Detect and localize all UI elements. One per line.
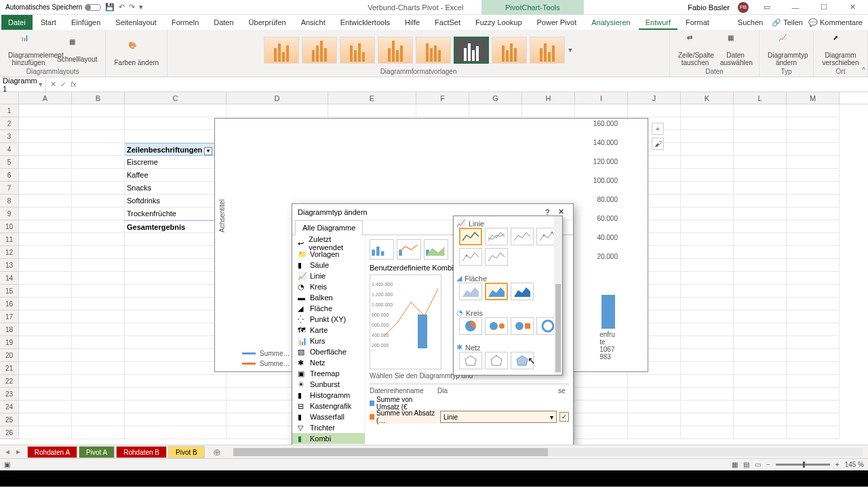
tab-analysieren[interactable]: Analysieren [585, 15, 637, 30]
cell[interactable] [19, 104, 72, 117]
line-type-5[interactable] [459, 248, 482, 266]
cell[interactable] [787, 195, 840, 207]
cat-kreis[interactable]: ◔Kreis [292, 281, 365, 292]
view-page-icon[interactable]: ▤ [743, 461, 749, 468]
cell[interactable] [681, 426, 734, 439]
cell[interactable] [787, 401, 840, 413]
cell[interactable] [734, 426, 787, 439]
pie-type-1[interactable] [459, 317, 482, 335]
cell[interactable] [19, 130, 72, 143]
line-type-2[interactable] [485, 228, 508, 245]
cell[interactable] [734, 298, 787, 310]
cell[interactable] [575, 413, 628, 426]
cell[interactable] [681, 285, 734, 298]
cell[interactable] [787, 207, 840, 220]
cell[interactable] [681, 298, 734, 310]
cell[interactable] [734, 310, 787, 323]
name-box[interactable]: Diagramm 1 ▾ [0, 78, 46, 92]
cell[interactable] [72, 336, 125, 349]
tab-seitenlayout[interactable]: Seitenlayout [108, 15, 163, 30]
cell[interactable] [575, 375, 628, 388]
cell[interactable] [19, 336, 72, 349]
cell[interactable] [734, 130, 787, 143]
col-header-L[interactable]: L [734, 92, 787, 104]
cat-treemap[interactable]: ▣Treemap [292, 368, 365, 379]
cell[interactable] [681, 104, 734, 117]
zoom-slider[interactable] [776, 464, 830, 466]
combo-subtype-1[interactable] [370, 239, 394, 260]
col-header-G[interactable]: G [469, 92, 522, 104]
cell[interactable] [522, 104, 575, 117]
cell[interactable] [681, 143, 734, 156]
cell[interactable] [787, 323, 840, 336]
cell[interactable] [72, 298, 125, 310]
tab-fuzzy[interactable]: Fuzzy Lookup [469, 15, 528, 30]
cell[interactable] [72, 388, 125, 401]
cell[interactable] [787, 259, 840, 272]
cell[interactable] [681, 169, 734, 182]
change-colors-button[interactable]: 🎨Farben ändern [111, 40, 161, 68]
tab-file[interactable]: Datei [1, 15, 33, 30]
autosave-toggle[interactable]: Automatisches Speichern [5, 3, 101, 11]
cell[interactable] [72, 362, 125, 375]
combo-subtype-3[interactable] [424, 239, 448, 260]
cell[interactable] [681, 375, 734, 388]
cell[interactable] [125, 259, 226, 272]
sheet-pivot-b[interactable]: Pivot B [168, 446, 205, 458]
cell[interactable]: Snacks [125, 182, 226, 195]
cat-zuletzt[interactable]: ↩Zuletzt verwendet [292, 238, 365, 249]
tab-einfuegen[interactable]: Einfügen [64, 15, 107, 30]
cell[interactable] [19, 413, 72, 426]
view-normal-icon[interactable]: ▦ [732, 461, 738, 468]
cell[interactable]: Trockenfrüchte [125, 207, 226, 220]
cell[interactable] [19, 298, 72, 310]
quick-layout-button[interactable]: ▦Schnelllayout [54, 37, 100, 64]
cell[interactable] [575, 401, 628, 413]
cell[interactable] [787, 298, 840, 310]
cell[interactable] [787, 336, 840, 349]
cell[interactable] [734, 259, 787, 272]
cell[interactable] [19, 169, 72, 182]
series-2-type-dropdown[interactable]: Linie▾ [440, 411, 557, 423]
cell[interactable] [19, 156, 72, 169]
cell[interactable] [125, 336, 226, 349]
cell[interactable] [19, 349, 72, 362]
cell[interactable] [787, 169, 840, 182]
add-sheet-button[interactable]: ⊕ [206, 446, 228, 458]
cell[interactable] [72, 246, 125, 259]
pie-type-2[interactable] [485, 317, 508, 335]
cat-balken[interactable]: ▬Balken [292, 292, 365, 303]
zoom-in-icon[interactable]: + [835, 461, 840, 468]
cell[interactable] [734, 246, 787, 259]
cat-flaeche[interactable]: ◢Fläche [292, 303, 365, 314]
cell[interactable] [72, 143, 125, 156]
col-header-I[interactable]: I [575, 92, 628, 104]
cell[interactable] [681, 310, 734, 323]
row-header-8[interactable]: 8 [0, 195, 19, 207]
pie-type-3[interactable] [511, 317, 534, 335]
line-type-6[interactable] [485, 248, 508, 266]
tab-daten[interactable]: Daten [207, 15, 240, 30]
cell[interactable] [628, 375, 681, 388]
share-button[interactable]: 🔗 Teilen [772, 18, 803, 27]
series-2-secondary-axis-checkbox[interactable]: ✓ [559, 412, 569, 422]
cell[interactable] [575, 388, 628, 401]
cell[interactable] [681, 323, 734, 336]
cell[interactable] [681, 246, 734, 259]
row-header-26[interactable]: 26 [0, 426, 19, 439]
cell[interactable] [125, 323, 226, 336]
cell[interactable] [681, 130, 734, 143]
cell[interactable] [787, 117, 840, 130]
row-header-16[interactable]: 16 [0, 298, 19, 310]
cell[interactable] [787, 349, 840, 362]
cell[interactable] [72, 104, 125, 117]
cell[interactable] [681, 156, 734, 169]
combo-subtype-2[interactable] [397, 239, 421, 260]
row-header-7[interactable]: 7 [0, 182, 19, 195]
cell[interactable] [787, 362, 840, 375]
cell[interactable] [72, 182, 125, 195]
redo-icon[interactable]: ↷ [129, 3, 135, 12]
cell[interactable] [19, 220, 72, 233]
styles-more-icon[interactable]: ▼ [568, 47, 574, 54]
cell[interactable] [416, 104, 469, 117]
